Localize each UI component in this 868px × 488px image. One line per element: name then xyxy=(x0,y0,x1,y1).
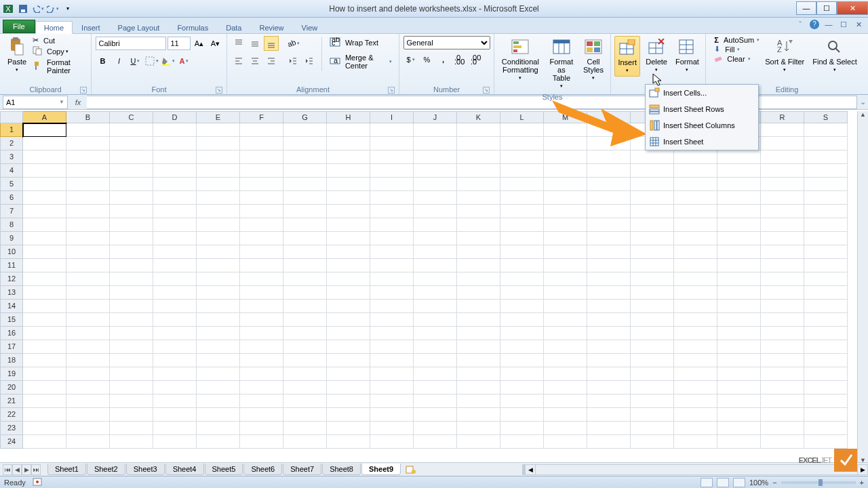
cell[interactable] xyxy=(153,259,197,272)
cell[interactable] xyxy=(674,327,717,340)
cell[interactable] xyxy=(674,313,717,327)
row-header[interactable]: 19 xyxy=(0,367,23,381)
decrease-indent-icon[interactable] xyxy=(285,54,300,68)
cell[interactable] xyxy=(197,381,240,394)
cell[interactable] xyxy=(197,354,240,367)
cell[interactable] xyxy=(283,137,327,150)
cell[interactable] xyxy=(544,327,587,340)
align-bottom-icon[interactable] xyxy=(264,36,279,51)
cell[interactable] xyxy=(457,259,500,272)
italic-button[interactable]: I xyxy=(112,54,127,68)
percent-format-icon[interactable]: % xyxy=(420,52,435,67)
cell[interactable] xyxy=(631,327,674,340)
row-header[interactable]: 1 xyxy=(0,123,23,137)
cell[interactable] xyxy=(717,340,761,354)
cell[interactable] xyxy=(414,435,457,449)
cell[interactable] xyxy=(153,123,197,137)
cell[interactable] xyxy=(370,354,414,367)
cell[interactable] xyxy=(23,300,66,313)
cell[interactable] xyxy=(327,394,370,408)
cell[interactable] xyxy=(240,300,283,313)
cell[interactable] xyxy=(457,178,500,191)
cell[interactable] xyxy=(110,286,153,300)
cell[interactable] xyxy=(23,218,66,232)
minimize-button[interactable]: — xyxy=(796,1,816,15)
cell[interactable] xyxy=(457,164,500,178)
sort-filter-button[interactable]: AZSort & Filter▾ xyxy=(762,36,807,75)
cell[interactable] xyxy=(110,300,153,313)
accounting-format-icon[interactable]: $ xyxy=(403,52,418,67)
cell[interactable] xyxy=(153,272,197,286)
tab-formulas[interactable]: Formulas xyxy=(168,21,217,33)
cell[interactable] xyxy=(587,272,631,286)
cell[interactable] xyxy=(761,381,804,394)
cell[interactable] xyxy=(414,367,457,381)
cell[interactable] xyxy=(23,191,66,205)
cell[interactable] xyxy=(631,191,674,205)
cell[interactable] xyxy=(197,245,240,259)
undo-icon[interactable] xyxy=(31,2,45,16)
cell[interactable] xyxy=(761,300,804,313)
cell[interactable] xyxy=(804,218,848,232)
cell[interactable] xyxy=(283,435,327,449)
cell[interactable] xyxy=(674,191,717,205)
cell[interactable] xyxy=(370,137,414,150)
cell[interactable] xyxy=(717,300,761,313)
cell[interactable] xyxy=(23,286,66,300)
number-format-combo[interactable]: General xyxy=(403,36,490,49)
cell[interactable] xyxy=(153,245,197,259)
cell[interactable] xyxy=(240,272,283,286)
cell[interactable] xyxy=(587,150,631,164)
cell[interactable] xyxy=(587,164,631,178)
cell[interactable] xyxy=(197,435,240,449)
cell[interactable] xyxy=(110,137,153,150)
cell[interactable] xyxy=(240,205,283,218)
cell[interactable] xyxy=(804,394,848,408)
cell[interactable] xyxy=(544,218,587,232)
cell[interactable] xyxy=(457,286,500,300)
cell[interactable] xyxy=(674,367,717,381)
cell[interactable] xyxy=(457,150,500,164)
cell[interactable] xyxy=(66,340,110,354)
cell[interactable] xyxy=(804,178,848,191)
wrap-text-button[interactable]: abc Wrap Text xyxy=(327,36,395,49)
cell[interactable] xyxy=(414,178,457,191)
clear-button[interactable]: Clear xyxy=(714,54,760,64)
cell[interactable] xyxy=(240,313,283,327)
cell[interactable] xyxy=(414,272,457,286)
help-icon[interactable]: ? xyxy=(810,20,819,29)
cell[interactable] xyxy=(197,191,240,205)
cell[interactable] xyxy=(457,232,500,245)
cell[interactable] xyxy=(327,218,370,232)
cell[interactable] xyxy=(23,178,66,191)
cell[interactable] xyxy=(587,178,631,191)
cell[interactable] xyxy=(66,381,110,394)
cell[interactable] xyxy=(544,435,587,449)
row-header[interactable]: 10 xyxy=(0,245,23,259)
cell[interactable] xyxy=(717,422,761,435)
cell[interactable] xyxy=(283,205,327,218)
cell[interactable] xyxy=(414,191,457,205)
cell[interactable] xyxy=(370,205,414,218)
cell[interactable] xyxy=(66,354,110,367)
cell[interactable] xyxy=(457,300,500,313)
column-header[interactable]: J xyxy=(414,111,457,123)
cell[interactable] xyxy=(587,313,631,327)
cell[interactable] xyxy=(717,286,761,300)
cell[interactable] xyxy=(761,191,804,205)
tab-file[interactable]: File xyxy=(3,20,35,33)
scroll-up-icon[interactable]: ▲ xyxy=(858,111,868,122)
cell[interactable] xyxy=(544,367,587,381)
cell[interactable] xyxy=(587,422,631,435)
fx-icon[interactable]: fx xyxy=(69,98,87,106)
orientation-icon[interactable]: ab xyxy=(285,36,300,51)
dialog-launcher-icon[interactable]: ↘ xyxy=(483,87,490,94)
prev-sheet-icon[interactable]: ◀ xyxy=(12,464,22,475)
cell[interactable] xyxy=(153,300,197,313)
cell[interactable] xyxy=(197,313,240,327)
cell[interactable] xyxy=(66,245,110,259)
cell[interactable] xyxy=(370,191,414,205)
cell[interactable] xyxy=(197,259,240,272)
expand-formula-bar-icon[interactable]: ⌄ xyxy=(857,98,868,106)
cell[interactable] xyxy=(197,300,240,313)
